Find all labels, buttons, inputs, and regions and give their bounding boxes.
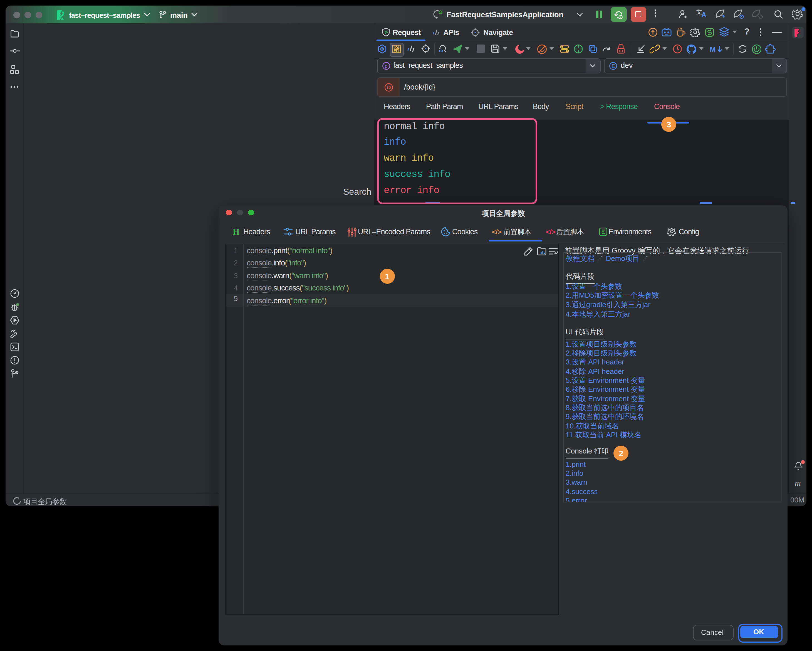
svg-text:p: p [384,63,387,69]
svg-text:D: D [387,84,391,90]
svg-text:E: E [612,63,615,69]
